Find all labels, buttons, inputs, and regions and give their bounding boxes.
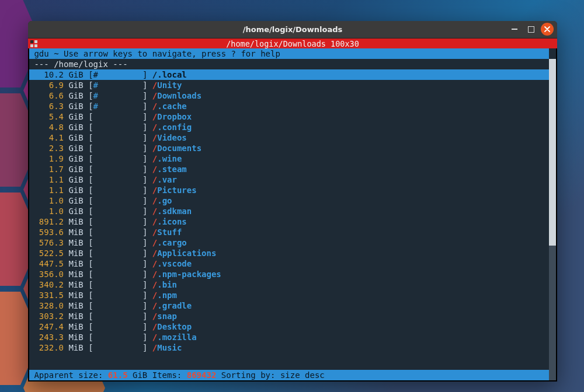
gdu-row[interactable]: 303.2 MiB [ ] /snap [29,311,556,321]
gdu-row[interactable]: 331.5 MiB [ ] /.npm [29,290,556,300]
item-count-value: 869432 [187,370,217,380]
slash-icon: / [152,301,157,310]
slash-icon: / [152,91,157,100]
gdu-row[interactable]: 4.8 GiB [ ] /.config [29,122,556,132]
slash-icon: / [152,332,157,342]
row-unit: GiB [68,80,83,90]
row-name: .vscode [157,259,192,268]
row-unit: GiB [68,144,83,153]
row-unit: GiB [68,70,83,79]
gdu-row[interactable]: 593.6 MiB [ ] /Stuff [29,227,556,237]
terminal-tab-icon [30,40,37,47]
gdu-row[interactable]: 1.7 GiB [ ] /.steam [29,164,556,174]
minimize-button[interactable] [508,23,521,36]
scrollbar-thumb[interactable] [549,59,556,246]
gdu-row[interactable]: 2.3 GiB [ ] /Documents [29,143,556,153]
gdu-footer: Apparent size: 61.5 GiB Items: 869432 So… [29,370,549,380]
slash-icon: / [152,290,157,300]
window-controls [508,23,554,36]
row-unit: GiB [68,196,83,205]
row-bar [93,270,142,279]
gdu-row[interactable]: 6.9 GiB [# ] /Unity [29,80,556,90]
row-unit: GiB [68,102,83,111]
gdu-row[interactable]: 6.6 GiB [# ] /Downloads [29,90,556,101]
scrollbar-track[interactable] [549,59,556,380]
row-name: .wine [157,154,182,163]
row-name: .var [157,175,177,184]
window-titlebar[interactable]: /home/logix/Downloads [28,21,557,38]
row-size: 328.0 [34,300,64,311]
gdu-row[interactable]: 4.1 GiB [ ] /Videos [29,132,556,143]
gdu-row[interactable]: 447.5 MiB [ ] /.vscode [29,258,556,269]
row-unit: MiB [68,228,83,237]
row-name: Applications [157,249,216,258]
gdu-row[interactable]: 1.1 GiB [ ] /.var [29,174,556,185]
gdu-row[interactable]: 576.3 MiB [ ] /.cargo [29,237,556,248]
row-name: .config [157,123,192,132]
row-unit: MiB [68,301,83,310]
row-size: 6.9 [34,80,64,90]
gdu-row[interactable]: 1.0 GiB [ ] /.sdkman [29,206,556,216]
row-name: Music [157,343,182,352]
row-bar [93,175,142,184]
close-button[interactable] [541,23,554,36]
gdu-row[interactable]: 5.4 GiB [ ] /Dropbox [29,111,556,122]
gdu-row[interactable]: 232.0 MiB [ ] /Music [29,342,556,353]
row-name: Videos [157,133,187,142]
gdu-row[interactable]: 247.4 MiB [ ] /Desktop [29,321,556,332]
row-size: 891.2 [34,216,64,227]
row-bar [93,312,142,321]
maximize-button[interactable] [524,23,537,36]
slash-icon: / [152,186,157,195]
row-bar [93,228,142,237]
row-name: .mozilla [157,332,196,342]
row-unit: GiB [68,123,83,132]
gdu-row[interactable]: 891.2 MiB [ ] /.icons [29,216,556,227]
row-size: 522.5 [34,248,64,258]
row-bar [93,206,142,216]
gdu-row[interactable]: 328.0 MiB [ ] /.gradle [29,300,556,311]
row-size: 1.1 [34,185,64,195]
row-unit: GiB [68,154,83,163]
gdu-row[interactable]: 340.2 MiB [ ] /.bin [29,279,556,290]
row-name: .go [157,196,172,205]
row-name: .cache [157,102,187,111]
row-bar [93,249,142,258]
row-name: Documents [157,144,201,153]
row-size: 232.0 [34,342,64,353]
row-size: 6.3 [34,101,64,111]
row-name: Unity [157,80,182,90]
row-unit: MiB [68,322,83,331]
row-bar: # [93,80,142,90]
terminal-viewport[interactable]: gdu ~ Use arrow keys to navigate, press … [28,48,557,382]
row-bar [93,154,142,163]
gdu-header: gdu ~ Use arrow keys to navigate, press … [29,48,549,59]
row-unit: MiB [68,249,83,258]
gdu-row[interactable]: 243.3 MiB [ ] /.mozilla [29,332,556,342]
close-icon [544,26,550,32]
row-size: 6.6 [34,90,64,101]
row-bar [93,301,142,310]
slash-icon: / [152,123,157,132]
gdu-row[interactable]: 1.9 GiB [ ] /.wine [29,153,556,164]
slash-icon: / [152,280,157,289]
row-size: 243.3 [34,332,64,342]
row-unit: GiB [68,91,83,100]
gdu-row[interactable]: 1.0 GiB [ ] /.go [29,195,556,206]
gdu-row[interactable]: 522.5 MiB [ ] /Applications [29,248,556,258]
gdu-row[interactable]: 6.3 GiB [# ] /.cache [29,101,556,111]
slash-icon: / [152,238,157,247]
row-size: 1.1 [34,174,64,185]
row-unit: MiB [68,217,83,226]
row-name: Desktop [157,322,192,331]
slash-icon: / [152,164,157,174]
row-size: 593.6 [34,227,64,237]
row-bar [93,343,142,352]
row-size: 356.0 [34,269,64,279]
gdu-row[interactable]: 10.2 GiB [# ] /.local [29,69,556,80]
slash-icon: / [152,206,157,216]
gdu-row[interactable]: 356.0 MiB [ ] /.npm-packages [29,269,556,279]
gdu-row[interactable]: 1.1 GiB [ ] /Pictures [29,185,556,195]
row-size: 2.3 [34,143,64,153]
row-unit: MiB [68,312,83,321]
